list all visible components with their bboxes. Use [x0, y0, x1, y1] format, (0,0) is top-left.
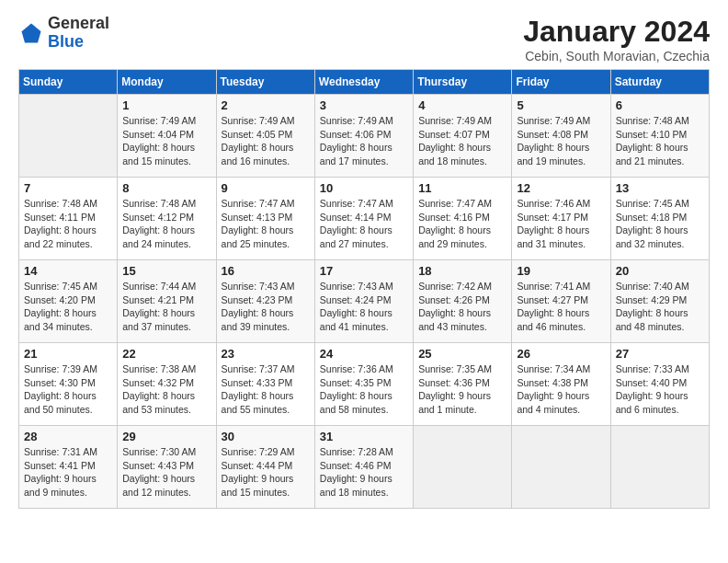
day-number: 24: [320, 347, 408, 361]
day-number: 12: [517, 181, 605, 195]
day-of-week-header: Wednesday: [314, 70, 413, 95]
calendar-cell: 18Sunrise: 7:42 AMSunset: 4:26 PMDayligh…: [414, 260, 512, 343]
day-info: Sunrise: 7:47 AMSunset: 4:14 PMDaylight:…: [320, 197, 408, 251]
calendar-cell: 17Sunrise: 7:43 AMSunset: 4:24 PMDayligh…: [314, 260, 413, 343]
calendar-cell: 1Sunrise: 7:49 AMSunset: 4:04 PMDaylight…: [118, 95, 216, 178]
day-info: Sunrise: 7:40 AMSunset: 4:29 PMDaylight:…: [616, 280, 704, 334]
day-info: Sunrise: 7:39 AMSunset: 4:30 PMDaylight:…: [24, 362, 112, 417]
day-info: Sunrise: 7:49 AMSunset: 4:06 PMDaylight:…: [320, 114, 408, 168]
calendar-cell: [414, 426, 512, 509]
day-number: 26: [517, 347, 605, 361]
day-of-week-header: Friday: [512, 70, 610, 95]
calendar-cell: 25Sunrise: 7:35 AMSunset: 4:36 PMDayligh…: [414, 343, 512, 426]
calendar-week-row: 7Sunrise: 7:48 AMSunset: 4:11 PMDaylight…: [19, 178, 710, 260]
day-number: 23: [222, 347, 310, 361]
day-of-week-header: Monday: [118, 70, 216, 95]
calendar-cell: 11Sunrise: 7:47 AMSunset: 4:16 PMDayligh…: [414, 178, 512, 260]
calendar-cell: 24Sunrise: 7:36 AMSunset: 4:35 PMDayligh…: [314, 343, 413, 426]
day-number: 7: [24, 181, 112, 195]
calendar-cell: 3Sunrise: 7:49 AMSunset: 4:06 PMDaylight…: [314, 95, 413, 178]
day-info: Sunrise: 7:45 AMSunset: 4:18 PMDaylight:…: [616, 197, 704, 251]
day-number: 31: [320, 430, 408, 443]
day-number: 6: [616, 98, 704, 112]
day-number: 3: [320, 98, 408, 112]
day-number: 1: [122, 98, 210, 112]
day-number: 28: [24, 430, 112, 443]
day-number: 9: [222, 181, 310, 195]
logo: General Blue: [18, 15, 109, 52]
day-number: 13: [616, 181, 704, 195]
day-info: Sunrise: 7:48 AMSunset: 4:10 PMDaylight:…: [616, 114, 704, 168]
day-number: 21: [24, 347, 112, 361]
calendar-cell: 19Sunrise: 7:41 AMSunset: 4:27 PMDayligh…: [512, 260, 610, 343]
day-info: Sunrise: 7:41 AMSunset: 4:27 PMDaylight:…: [517, 280, 605, 334]
calendar-cell: 27Sunrise: 7:33 AMSunset: 4:40 PMDayligh…: [610, 343, 709, 426]
day-info: Sunrise: 7:36 AMSunset: 4:35 PMDaylight:…: [320, 362, 408, 417]
day-info: Sunrise: 7:29 AMSunset: 4:44 PMDaylight:…: [222, 445, 310, 500]
day-of-week-header: Sunday: [19, 70, 118, 95]
day-info: Sunrise: 7:28 AMSunset: 4:46 PMDaylight:…: [320, 445, 408, 500]
calendar-cell: 7Sunrise: 7:48 AMSunset: 4:11 PMDaylight…: [19, 178, 118, 260]
day-info: Sunrise: 7:34 AMSunset: 4:38 PMDaylight:…: [517, 362, 605, 417]
calendar-cell: 23Sunrise: 7:37 AMSunset: 4:33 PMDayligh…: [216, 343, 314, 426]
svg-marker-0: [22, 23, 41, 42]
calendar-table: SundayMondayTuesdayWednesdayThursdayFrid…: [18, 69, 710, 509]
day-info: Sunrise: 7:47 AMSunset: 4:16 PMDaylight:…: [418, 197, 506, 251]
day-number: 2: [222, 98, 310, 112]
day-number: 15: [122, 264, 210, 278]
calendar-cell: [512, 426, 610, 509]
title-block: January 2024 Cebin, South Moravian, Czec…: [523, 15, 710, 63]
calendar-cell: 31Sunrise: 7:28 AMSunset: 4:46 PMDayligh…: [314, 426, 413, 509]
day-info: Sunrise: 7:33 AMSunset: 4:40 PMDaylight:…: [616, 362, 704, 417]
calendar-cell: [610, 426, 709, 509]
calendar-cell: 14Sunrise: 7:45 AMSunset: 4:20 PMDayligh…: [19, 260, 118, 343]
day-of-week-header: Saturday: [610, 70, 709, 95]
day-info: Sunrise: 7:48 AMSunset: 4:12 PMDaylight:…: [122, 197, 210, 251]
day-info: Sunrise: 7:42 AMSunset: 4:26 PMDaylight:…: [418, 280, 506, 334]
day-info: Sunrise: 7:44 AMSunset: 4:21 PMDaylight:…: [122, 280, 210, 334]
day-info: Sunrise: 7:49 AMSunset: 4:08 PMDaylight:…: [517, 114, 605, 168]
calendar-cell: 4Sunrise: 7:49 AMSunset: 4:07 PMDaylight…: [414, 95, 512, 178]
day-info: Sunrise: 7:49 AMSunset: 4:07 PMDaylight:…: [418, 114, 506, 168]
calendar-cell: 8Sunrise: 7:48 AMSunset: 4:12 PMDaylight…: [118, 178, 216, 260]
day-number: 17: [320, 264, 408, 278]
day-number: 4: [418, 98, 506, 112]
day-info: Sunrise: 7:38 AMSunset: 4:32 PMDaylight:…: [122, 362, 210, 417]
day-number: 11: [418, 181, 506, 195]
calendar-week-row: 1Sunrise: 7:49 AMSunset: 4:04 PMDaylight…: [19, 95, 710, 178]
day-info: Sunrise: 7:30 AMSunset: 4:43 PMDaylight:…: [122, 445, 210, 500]
day-info: Sunrise: 7:45 AMSunset: 4:20 PMDaylight:…: [24, 280, 112, 334]
logo-icon: [18, 20, 44, 46]
calendar-cell: 15Sunrise: 7:44 AMSunset: 4:21 PMDayligh…: [118, 260, 216, 343]
day-number: 20: [616, 264, 704, 278]
day-number: 22: [122, 347, 210, 361]
day-number: 14: [24, 264, 112, 278]
day-info: Sunrise: 7:48 AMSunset: 4:11 PMDaylight:…: [24, 197, 112, 251]
calendar-cell: 13Sunrise: 7:45 AMSunset: 4:18 PMDayligh…: [610, 178, 709, 260]
day-info: Sunrise: 7:47 AMSunset: 4:13 PMDaylight:…: [222, 197, 310, 251]
calendar-body: 1Sunrise: 7:49 AMSunset: 4:04 PMDaylight…: [19, 95, 710, 509]
day-info: Sunrise: 7:43 AMSunset: 4:24 PMDaylight:…: [320, 280, 408, 334]
day-info: Sunrise: 7:37 AMSunset: 4:33 PMDaylight:…: [222, 362, 310, 417]
calendar-cell: 12Sunrise: 7:46 AMSunset: 4:17 PMDayligh…: [512, 178, 610, 260]
calendar-cell: 2Sunrise: 7:49 AMSunset: 4:05 PMDaylight…: [216, 95, 314, 178]
calendar-header-row: SundayMondayTuesdayWednesdayThursdayFrid…: [19, 70, 710, 95]
calendar-cell: [19, 95, 118, 178]
calendar-cell: 9Sunrise: 7:47 AMSunset: 4:13 PMDaylight…: [216, 178, 314, 260]
calendar-cell: 6Sunrise: 7:48 AMSunset: 4:10 PMDaylight…: [610, 95, 709, 178]
day-number: 29: [122, 430, 210, 443]
day-info: Sunrise: 7:43 AMSunset: 4:23 PMDaylight:…: [222, 280, 310, 334]
calendar-cell: 10Sunrise: 7:47 AMSunset: 4:14 PMDayligh…: [314, 178, 413, 260]
day-number: 10: [320, 181, 408, 195]
day-number: 8: [122, 181, 210, 195]
day-number: 27: [616, 347, 704, 361]
calendar-week-row: 21Sunrise: 7:39 AMSunset: 4:30 PMDayligh…: [19, 343, 710, 426]
calendar-cell: 16Sunrise: 7:43 AMSunset: 4:23 PMDayligh…: [216, 260, 314, 343]
day-number: 25: [418, 347, 506, 361]
day-number: 30: [222, 430, 310, 443]
location-subtitle: Cebin, South Moravian, Czechia: [523, 49, 710, 63]
day-info: Sunrise: 7:49 AMSunset: 4:05 PMDaylight:…: [222, 114, 310, 168]
calendar-cell: 26Sunrise: 7:34 AMSunset: 4:38 PMDayligh…: [512, 343, 610, 426]
day-of-week-header: Thursday: [414, 70, 512, 95]
calendar-cell: 22Sunrise: 7:38 AMSunset: 4:32 PMDayligh…: [118, 343, 216, 426]
